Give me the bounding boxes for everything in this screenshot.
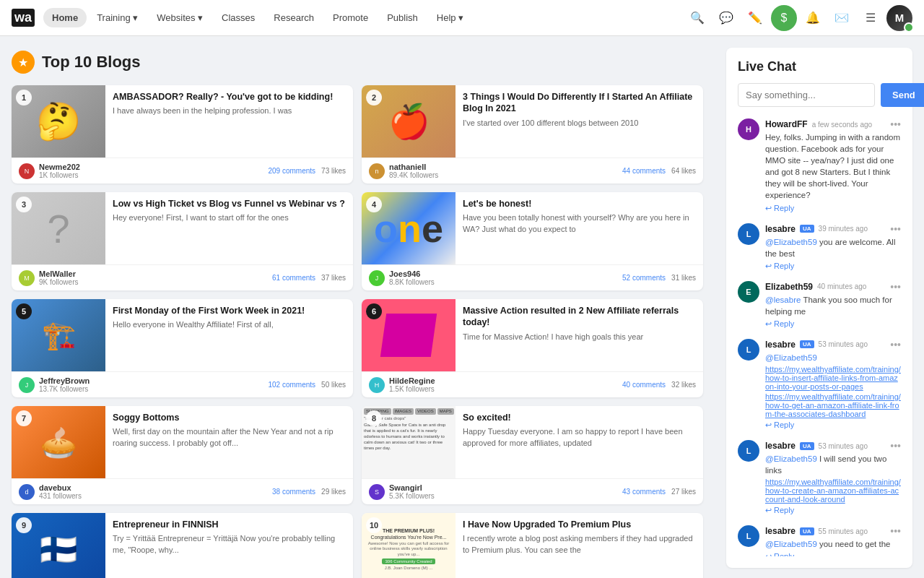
chat-username[interactable]: lesabre (765, 526, 796, 536)
chat-more-button[interactable]: ••• (890, 281, 901, 293)
nav-home[interactable]: Home (43, 8, 87, 27)
card-username[interactable]: JeffreyBrown (39, 376, 90, 385)
card-stats: 43 comments 27 likes (622, 488, 696, 496)
card-avatar: S (369, 484, 385, 500)
card-stats: 40 comments 32 likes (622, 381, 696, 389)
chat-username[interactable]: lesabre (765, 224, 796, 234)
nav-research[interactable]: Research (265, 8, 323, 27)
card-followers: 13.7K followers (39, 385, 90, 393)
chat-reply-button[interactable]: ↩ Reply (765, 262, 901, 271)
chat-icon[interactable]: 💬 (713, 5, 739, 31)
chat-username[interactable]: lesabre (765, 441, 796, 451)
bell-icon[interactable]: 🔔 (800, 5, 826, 31)
chat-message: L lesabre UA 55 minutes ago ••• @Elizabe… (738, 525, 901, 556)
site-logo[interactable]: wa (12, 9, 35, 27)
menu-icon[interactable]: ☰ (858, 5, 884, 31)
mail-icon[interactable]: ✉️ (829, 5, 855, 31)
blog-card[interactable]: 3 ? Low vs High Ticket vs Blog vs Funnel… (12, 192, 353, 290)
card-username[interactable]: Joes946 (389, 269, 435, 278)
write-icon[interactable]: ✏️ (742, 5, 768, 31)
chat-more-button[interactable]: ••• (890, 440, 901, 452)
nav-training[interactable]: Training ▾ (88, 8, 147, 27)
card-username[interactable]: HildeRegine (389, 376, 435, 385)
nav-publish[interactable]: Publish (378, 8, 427, 27)
chat-reply-button[interactable]: ↩ Reply (765, 204, 901, 213)
card-avatar: N (19, 163, 35, 179)
card-comments[interactable]: 102 comments (269, 381, 316, 389)
chat-link[interactable]: https://my.wealthyaffiliate.com/training… (765, 478, 901, 504)
chat-reply-button[interactable]: ↩ Reply (765, 420, 901, 430)
card-username[interactable]: Swangirl (389, 483, 435, 492)
card-username[interactable]: davebux (39, 483, 82, 492)
chat-link[interactable]: https://my.wealthyaffiliate.com/training… (765, 392, 901, 418)
card-stats: 44 comments 64 likes (622, 167, 696, 175)
chat-username[interactable]: lesabre (765, 340, 796, 350)
chat-time: 40 minutes ago (817, 282, 866, 290)
ua-badge: UA (800, 442, 814, 450)
card-comments[interactable]: 209 comments (269, 167, 316, 175)
blog-card[interactable]: 7 🥧 Soggy Bottoms Well, first day on the… (12, 406, 353, 504)
blog-card[interactable]: 10 THE PREMIUM PLUS!Congratulations You'… (362, 513, 703, 578)
chat-reply-button[interactable]: ↩ Reply (765, 319, 901, 329)
blog-card[interactable]: 9 🇫🇮 Entrepreneur in FINNISH Try = Yritt… (12, 513, 353, 578)
card-comments[interactable]: 40 comments (622, 381, 666, 389)
blog-card[interactable]: 1 🤔 AMBASSADOR? Really? - You've got to … (12, 85, 353, 184)
blog-card[interactable]: 4 one Let's be honest! Have you been tot… (362, 192, 703, 290)
chat-text: @Elizabeth59 you are welcome. All the be… (765, 236, 901, 259)
ua-badge: UA (800, 340, 814, 348)
avatar-online-badge (904, 22, 914, 33)
chat-more-button[interactable]: ••• (890, 118, 901, 130)
nav-help[interactable]: Help ▾ (428, 8, 472, 27)
chat-msg-header: lesabre UA 55 minutes ago ••• (765, 525, 901, 537)
card-comments[interactable]: 44 comments (622, 167, 666, 175)
navbar: wa Home Training ▾ Websites ▾ Classes Re… (0, 0, 924, 36)
card-stats: 52 comments 31 likes (622, 274, 696, 282)
card-comments[interactable]: 43 comments (622, 488, 666, 496)
chat-username[interactable]: Elizabeth59 (765, 282, 813, 292)
chat-avatar: H (738, 118, 759, 140)
card-excerpt: Time for Massive Action! I have high goa… (463, 332, 696, 342)
card-top: 9 🇫🇮 Entrepreneur in FINNISH Try = Yritt… (12, 513, 353, 578)
chat-more-button[interactable]: ••• (890, 223, 901, 235)
chat-reply-button[interactable]: ↩ Reply (765, 552, 901, 556)
blog-card[interactable]: 5 🏗️ First Monday of the First Work Week… (12, 299, 353, 397)
chat-time: 53 minutes ago (819, 442, 868, 450)
chat-input[interactable] (738, 83, 875, 107)
card-username[interactable]: Newme202 (39, 163, 80, 171)
card-comments[interactable]: 61 comments (272, 274, 315, 282)
page-title: Top 10 Blogs (42, 53, 141, 72)
card-username[interactable]: nathaniell (389, 163, 438, 171)
nav-promote[interactable]: Promote (324, 8, 377, 27)
chat-username[interactable]: HowardFF (765, 119, 808, 129)
chat-reply-button[interactable]: ↩ Reply (765, 506, 901, 515)
chat-avatar: E (738, 281, 759, 303)
nav-websites[interactable]: Websites ▾ (148, 8, 212, 27)
chat-msg-content: Elizabeth59 40 minutes ago ••• @lesabre … (765, 281, 901, 329)
card-followers: 9K followers (39, 278, 78, 286)
chat-message: H HowardFF a few seconds ago ••• Hey, fo… (738, 118, 901, 213)
chat-more-button[interactable]: ••• (890, 339, 901, 350)
chat-link[interactable]: https://my.wealthyaffiliate.com/training… (765, 365, 901, 391)
card-image: 4 one (362, 192, 456, 264)
card-likes: 64 likes (671, 167, 696, 175)
search-icon[interactable]: 🔍 (684, 5, 710, 31)
card-username[interactable]: MelWaller (39, 269, 78, 278)
chat-send-button[interactable]: Send (881, 83, 924, 107)
card-comments[interactable]: 38 comments (272, 488, 315, 496)
nav-icon-group: 🔍 💬 ✏️ $ 🔔 ✉️ ☰ M (684, 5, 912, 31)
card-stats: 38 comments 29 likes (272, 488, 346, 496)
blog-card[interactable]: 6 Massive Action resulted in 2 New Affil… (362, 299, 703, 397)
blog-card[interactable]: 8 SHOPPINGIMAGESVIDEOSMAPS"space for cat… (362, 406, 703, 504)
chat-more-button[interactable]: ••• (890, 525, 901, 537)
user-avatar[interactable]: M (886, 5, 912, 31)
card-excerpt: Well, first day on the mountain after th… (113, 426, 346, 449)
chat-message: L lesabre UA 53 minutes ago ••• @Elizabe… (738, 440, 901, 515)
blog-card[interactable]: 2 🍎 3 Things I Would Do Differently If I… (362, 85, 703, 184)
dollar-icon[interactable]: $ (771, 5, 797, 31)
chat-message: L lesabre UA 39 minutes ago ••• @Elizabe… (738, 223, 901, 271)
card-title: First Monday of the First Work Week in 2… (113, 305, 346, 316)
card-image: 5 🏗️ (12, 299, 105, 371)
nav-classes[interactable]: Classes (213, 8, 263, 27)
card-avatar: H (369, 377, 385, 393)
card-comments[interactable]: 52 comments (622, 274, 666, 282)
